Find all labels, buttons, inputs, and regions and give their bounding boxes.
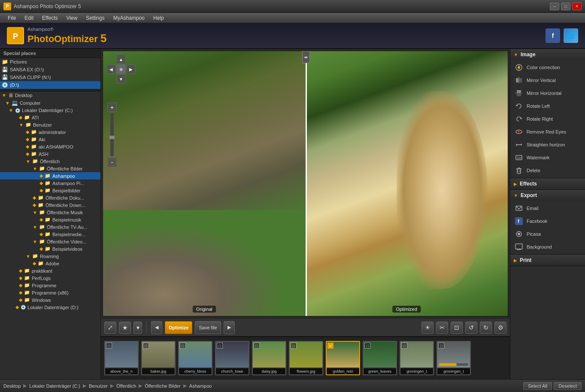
maximize-button[interactable]: □ <box>561 3 570 10</box>
export-section-header[interactable]: ▼ Export <box>510 190 585 201</box>
print-section-header[interactable]: ▶ Print <box>510 255 585 266</box>
thumb-baker-check[interactable]: □ <box>143 343 149 349</box>
tree-aki-ashampoo[interactable]: ◆ 📁 aki.ASHAMPOO <box>0 143 100 150</box>
thumb-groningen2[interactable]: □ groningen_t <box>436 341 471 375</box>
tree-programme[interactable]: ◆ 📁 Programme <box>0 282 100 289</box>
pan-up-button[interactable]: ▲ <box>116 55 126 64</box>
breadcrumb-ashampoo[interactable]: Ashampoo <box>189 383 212 389</box>
split-handle[interactable]: ◂▸ <box>302 51 310 63</box>
effects-section-header[interactable]: ▶ Effects <box>510 178 585 189</box>
optimize-button[interactable]: Optimize <box>165 321 192 334</box>
pan-center-button[interactable]: ⊕ <box>116 64 126 74</box>
tree-offentliche-doku[interactable]: ◆ 📁 Öffentliche Doku... <box>0 194 100 201</box>
special-place-pictures[interactable]: 📁 Pictures <box>0 58 100 66</box>
thumb-above-the-n[interactable]: □ above_the_n <box>104 341 139 375</box>
minimize-button[interactable]: – <box>550 3 559 10</box>
tree-computer[interactable]: ▼ 💻 Computer <box>0 99 100 107</box>
tree-d-drive[interactable]: ◆ 💿 Lokaler Datenträger (D:) <box>0 304 100 311</box>
thumb-flowers-check[interactable]: □ <box>291 343 297 349</box>
facebook-button[interactable]: f <box>546 28 560 43</box>
special-place-d[interactable]: 💿 (D:\) <box>0 81 100 89</box>
tree-desktop[interactable]: ▼ 🖥 Desktop <box>0 91 100 99</box>
tree-offentliche-video[interactable]: ▼ 📁 Öffentliche Video... <box>0 238 100 245</box>
tree-ashampoo-folder[interactable]: ◆ 📁 Ashampoo <box>0 172 100 179</box>
thumb-groningen2-check[interactable]: □ <box>438 343 444 349</box>
remove-red-eyes-item[interactable]: Remove Red Eyes <box>510 125 585 138</box>
tree-roaming[interactable]: ▼ 📁 Roaming <box>0 252 100 260</box>
thumb-golden-check[interactable]: ✓ <box>327 343 333 349</box>
special-place-sansa-clipp[interactable]: 💾 SANSA CLIPP (N:\) <box>0 73 100 81</box>
picasa-item[interactable]: Picasa <box>510 228 585 240</box>
thumb-above-check[interactable]: □ <box>106 343 112 349</box>
thumb-cherry-check[interactable]: □ <box>180 343 186 349</box>
crop-button[interactable]: ✂ <box>436 322 448 334</box>
tree-aki[interactable]: ◆ 📁 Aki <box>0 136 100 143</box>
tree-beispielvideos[interactable]: ◆ 📁 Beispielvideos <box>0 245 100 252</box>
mirror-vertical-item[interactable]: Mirror Vertical <box>510 74 585 87</box>
breadcrumb-desktop[interactable]: Desktop <box>3 383 21 389</box>
tree-c-drive[interactable]: ▼ 💿 Lokaler Datenträger (C:) <box>0 107 100 114</box>
tree-beispielmusik[interactable]: ◆ 📁 Beispielmusik <box>0 216 100 223</box>
thumb-cherry[interactable]: □ cherry_bloss <box>178 341 212 375</box>
fullscreen-button[interactable]: ⊡ <box>451 322 463 334</box>
pan-right-button[interactable]: ▶ <box>126 64 136 74</box>
zoom-out-button[interactable]: - <box>107 158 117 167</box>
email-item[interactable]: Email <box>510 202 585 215</box>
tree-adobe[interactable]: ◆ 📁 Adobe <box>0 260 100 267</box>
tree-offentlich[interactable]: ▼ 📁 Öffentlich <box>0 158 100 165</box>
straighten-horizon-item[interactable]: Straighten horizon <box>510 138 585 151</box>
menu-myashampoo[interactable]: MyAshampoo <box>109 14 149 22</box>
split-divider[interactable]: ◂▸ <box>306 51 307 316</box>
menu-help[interactable]: Help <box>149 14 168 22</box>
thumb-church-check[interactable]: □ <box>217 343 223 349</box>
globe-button[interactable]: 🌐 <box>564 28 578 43</box>
thumb-golden[interactable]: ✓ golden_retri <box>326 341 360 375</box>
mirror-horizontal-item[interactable]: Mirror Horizontal <box>510 87 585 100</box>
watermark-item[interactable]: wm Watermark <box>510 151 585 164</box>
tree-benutzer[interactable]: ▼ 📁 Benutzer <box>0 121 100 128</box>
breadcrumb-offentlich[interactable]: Öffentlich <box>116 383 136 389</box>
rotate-left-item[interactable]: Rotate Left <box>510 100 585 112</box>
thumb-groningen1-check[interactable]: □ <box>401 343 407 349</box>
prev-button[interactable]: ◀ <box>151 321 162 334</box>
dropdown-button[interactable]: ▾ <box>133 322 142 334</box>
save-file-button[interactable]: Save file <box>195 321 221 334</box>
select-all-button[interactable]: Select All <box>523 382 552 390</box>
next-button[interactable]: ▶ <box>224 321 235 334</box>
pan-left-button[interactable]: ◀ <box>106 64 116 74</box>
tree-administrator[interactable]: ◆ 📁 administrator <box>0 128 100 136</box>
pan-down-button[interactable]: ▼ <box>116 74 126 84</box>
thumb-green-check[interactable]: □ <box>364 343 370 349</box>
thumb-flowers[interactable]: □ flowers.jpg <box>289 341 323 375</box>
star-button[interactable]: ★ <box>119 322 131 334</box>
menu-settings[interactable]: Settings <box>82 14 109 22</box>
menu-file[interactable]: File <box>3 14 20 22</box>
special-place-sansa-ex[interactable]: 💾 SANSA EX (O:\) <box>0 66 100 73</box>
close-button[interactable]: ✕ <box>572 3 582 10</box>
tree-programme-x86[interactable]: ◆ 📁 Programme (x86) <box>0 289 100 296</box>
thumb-daisy[interactable]: □ daisy.jpg <box>252 341 286 375</box>
thumb-green[interactable]: □ green_leaves <box>363 341 397 375</box>
thumb-baker[interactable]: □ baker.jpg <box>141 341 176 375</box>
tree-perflogs[interactable]: ◆ 📁 PerfLogs <box>0 274 100 282</box>
undo-button[interactable]: ↺ <box>465 322 477 334</box>
menu-view[interactable]: View <box>62 14 82 22</box>
tree-praktikant[interactable]: ◆ 📁 praktikant <box>0 267 100 274</box>
deselect-button[interactable]: Deselect <box>554 382 582 390</box>
expand-button[interactable]: ⤢ <box>104 322 116 334</box>
zoom-in-button[interactable]: + <box>107 103 117 112</box>
thumb-groningen1[interactable]: □ groningen_t <box>400 341 434 375</box>
tree-ati[interactable]: ◆ 📁 ATI <box>0 114 100 121</box>
breadcrumb-bilder[interactable]: Öffentliche Bilder <box>145 383 181 389</box>
facebook-item[interactable]: f Facebook <box>510 215 585 228</box>
breadcrumb-c[interactable]: Lokaler Datenträger (C:) <box>29 383 80 389</box>
delete-item[interactable]: Delete <box>510 164 585 177</box>
tree-ash[interactable]: ◆ 📁 ASH <box>0 150 100 158</box>
rotate-right-item[interactable]: Rotate Right <box>510 112 585 125</box>
image-section-header[interactable]: ▼ Image <box>510 49 585 60</box>
background-item[interactable]: Background <box>510 240 585 253</box>
thumb-church[interactable]: □ church_towe <box>215 341 249 375</box>
tree-beispielmedie[interactable]: ◆ 📁 Beispielmedie... <box>0 231 100 238</box>
tree-offentliche-down[interactable]: ◆ 📁 Öffentliche Down... <box>0 201 100 209</box>
tree-offentliche-bilder[interactable]: ▼ 📁 Öffentliche Bilder <box>0 165 100 172</box>
